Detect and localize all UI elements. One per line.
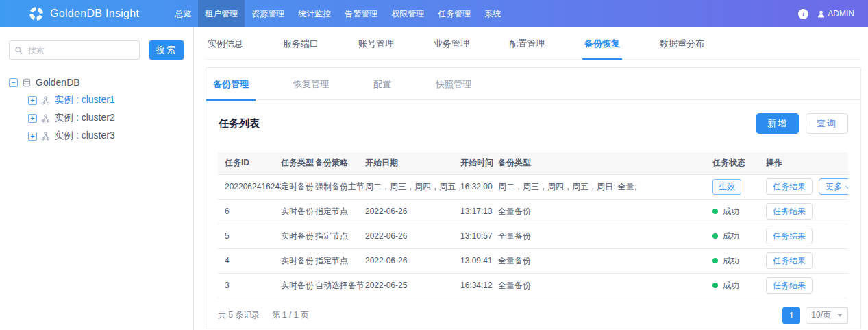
cell-backup-strategy: 自动选择备节点 <box>315 273 365 298</box>
module-tabbar: 实例信息 服务端口 账号管理 业务管理 配置管理 备份恢复 数据重分布 <box>206 27 861 60</box>
chevron-down-icon <box>845 184 848 190</box>
expand-icon[interactable]: + <box>28 96 37 105</box>
search-row: 搜索 <box>9 40 184 60</box>
status-text: 成功 <box>723 256 739 266</box>
success-dot-icon <box>712 209 718 214</box>
task-result-button[interactable]: 任务结果 <box>766 277 813 294</box>
tab-instance-info[interactable]: 实例信息 <box>206 27 245 60</box>
brand: GoldenDB Insight <box>29 6 139 21</box>
subtab-snapshot-mgmt[interactable]: 快照管理 <box>429 68 478 100</box>
cluster-icon <box>41 96 50 105</box>
main-nav: 总览 租户管理 资源管理 统计监控 告警管理 权限管理 任务管理 系统 <box>168 0 508 27</box>
task-result-button[interactable]: 任务结果 <box>766 228 813 244</box>
cell-backup-type: 全量备份 <box>498 224 712 248</box>
status-badge: 生效 <box>712 179 741 195</box>
cell-task-status: 成功 <box>712 248 766 273</box>
nav-item-task[interactable]: 任务管理 <box>431 0 478 27</box>
page-indicator: 第 1 / 1 页 <box>272 310 309 320</box>
search-icon <box>14 45 23 58</box>
cell-task-type: 实时备份 <box>281 199 315 224</box>
tab-data-redistribution[interactable]: 数据重分布 <box>658 27 706 60</box>
caret-down-icon <box>837 314 843 317</box>
tree-node-cluster3[interactable]: + 实例 : cluster3 <box>28 127 184 145</box>
nav-item-system[interactable]: 系统 <box>478 0 508 27</box>
page-1-button[interactable]: 1 <box>782 307 800 324</box>
backup-subtabbar: 备份管理 恢复管理 配置 快照管理 <box>206 68 860 100</box>
status-text: 成功 <box>723 207 739 216</box>
cell-task-id: 5 <box>218 224 281 248</box>
cell-start-time: 13:09:41 <box>460 248 498 273</box>
collapse-icon[interactable]: − <box>9 78 18 87</box>
tab-business-mgmt[interactable]: 业务管理 <box>432 27 471 60</box>
tree-node-label: GoldenDB <box>36 77 80 88</box>
tree-node-cluster1[interactable]: + 实例 : cluster1 <box>28 91 184 109</box>
status-text: 成功 <box>723 231 739 241</box>
task-result-button[interactable]: 任务结果 <box>766 252 813 269</box>
cell-task-type: 实时备份 <box>281 248 315 273</box>
tab-account-mgmt[interactable]: 账号管理 <box>356 27 396 60</box>
expand-icon[interactable]: + <box>28 132 37 141</box>
table-row: 6 实时备份 指定节点 2022-06-26 13:17:13 全量备份 成功 … <box>218 199 848 224</box>
page-size-select[interactable]: 10/页 <box>806 307 848 324</box>
subtab-backup-mgmt[interactable]: 备份管理 <box>206 68 256 100</box>
cell-backup-strategy: 强制备份主节点 <box>315 174 365 199</box>
query-button[interactable]: 查询 <box>806 113 848 134</box>
tree-node-goldendb[interactable]: − GoldenDB <box>9 73 184 91</box>
cell-task-id: 3 <box>218 273 281 298</box>
nav-item-alarm[interactable]: 告警管理 <box>338 0 384 27</box>
top-navbar: GoldenDB Insight 总览 租户管理 资源管理 统计监控 告警管理 … <box>0 0 868 27</box>
table-header-row: 任务ID 任务类型 备份策略 开始日期 开始时间 备份类型 任务状态 操作 <box>218 152 848 174</box>
expand-icon[interactable]: + <box>28 114 37 123</box>
cell-start-time: 16:32:00 <box>460 174 498 199</box>
table-footer: 共 5 条记录 第 1 / 1 页 1 10/页 <box>218 307 848 325</box>
success-dot-icon <box>712 233 718 239</box>
user-menu[interactable]: ADMIN <box>817 9 854 19</box>
page-title: 任务列表 <box>219 117 260 130</box>
subtab-restore-mgmt[interactable]: 恢复管理 <box>286 68 336 100</box>
nav-item-resource[interactable]: 资源管理 <box>245 0 291 27</box>
tree-node-cluster2[interactable]: + 实例 : cluster2 <box>28 109 184 127</box>
cell-start-date: 2022-06-26 <box>365 224 460 248</box>
tab-service-port[interactable]: 服务端口 <box>281 27 321 60</box>
cell-backup-type: 全量备份 <box>498 248 712 273</box>
more-button[interactable]: 更多 <box>819 178 848 195</box>
cell-start-date: 周二，周三，周四，周五，周日 <box>365 174 460 199</box>
success-dot-icon <box>712 258 718 263</box>
subtab-config[interactable]: 配置 <box>367 68 398 100</box>
cell-backup-strategy: 指定节点 <box>315 199 365 224</box>
search-button[interactable]: 搜索 <box>149 40 184 60</box>
cell-start-time: 16:34:12 <box>460 273 498 298</box>
nav-item-overview[interactable]: 总览 <box>168 0 198 27</box>
tree-node-label: 实例 : cluster3 <box>54 130 115 142</box>
nav-item-permission[interactable]: 权限管理 <box>384 0 431 27</box>
instance-tree: − GoldenDB + 实例 : <box>9 73 184 145</box>
add-button[interactable]: 新增 <box>756 113 799 134</box>
table-row: 3 实时备份 自动选择备节点 2022-06-25 16:34:12 全量备份 … <box>218 273 848 298</box>
help-icon[interactable]: i <box>798 9 808 19</box>
cell-task-id: 4 <box>218 248 281 273</box>
nav-item-tenant[interactable]: 租户管理 <box>198 0 245 27</box>
cell-start-date: 2022-06-25 <box>365 273 460 298</box>
page-size-value: 10/页 <box>811 309 831 321</box>
cluster-icon <box>41 114 50 123</box>
nav-item-monitor[interactable]: 统计监控 <box>291 0 338 27</box>
tab-config-mgmt[interactable]: 配置管理 <box>507 27 547 60</box>
cell-task-status: 成功 <box>712 199 766 224</box>
task-table: 任务ID 任务类型 备份策略 开始日期 开始时间 备份类型 任务状态 操作 20… <box>218 152 848 298</box>
backup-card: 备份管理 恢复管理 配置 快照管理 任务列表 新增 查询 <box>206 67 861 329</box>
task-result-button[interactable]: 任务结果 <box>766 203 813 220</box>
col-task-id: 任务ID <box>218 152 281 174</box>
cluster-icon <box>41 132 50 141</box>
col-task-type: 任务类型 <box>281 152 315 174</box>
cell-task-id: 6 <box>218 199 281 224</box>
status-text: 成功 <box>723 281 739 290</box>
more-label: 更多 <box>826 181 842 193</box>
cell-task-type: 定时备份 <box>281 174 315 199</box>
tab-backup-restore[interactable]: 备份恢复 <box>582 27 622 60</box>
cell-start-date: 2022-06-26 <box>365 199 460 224</box>
task-result-button[interactable]: 任务结果 <box>766 178 813 195</box>
cell-backup-type: 周二，周三，周四，周五，周日: 全量; <box>498 174 712 199</box>
cell-backup-strategy: 指定节点 <box>315 224 365 248</box>
search-input[interactable] <box>9 40 140 60</box>
user-icon <box>817 10 826 19</box>
